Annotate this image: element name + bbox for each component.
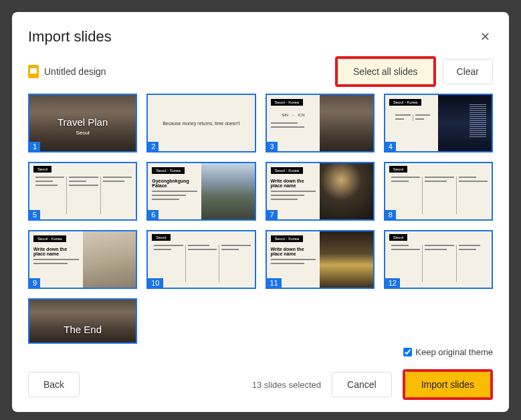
chip: Seoul - Korea: [271, 235, 304, 242]
keep-theme-row: Keep original theme: [12, 347, 509, 360]
slide-thumbnail-1[interactable]: Travel Plan Seoul 1: [28, 94, 137, 152]
close-icon: ✕: [480, 29, 490, 44]
slide-number: 2: [148, 142, 159, 151]
chip: Seoul - Korea: [152, 167, 185, 174]
slide-number: 8: [385, 210, 396, 219]
back-button[interactable]: Back: [28, 372, 80, 397]
chip: Seoul - Korea: [389, 99, 422, 106]
slide-number: 1: [29, 142, 40, 151]
slide-thumbnail-3[interactable]: Seoul - Korea SIN → ICN 3: [266, 94, 375, 152]
slide-thumbnail-11[interactable]: Seoul - Korea Write down the place name …: [266, 230, 375, 289]
slide-image: [320, 231, 373, 288]
slide-number: 5: [29, 210, 40, 219]
document-info: Untitled design: [28, 65, 106, 78]
slides-grid: Travel Plan Seoul 1 Because money return…: [28, 94, 493, 347]
slide-thumbnail-6[interactable]: Seoul - Korea Gyeongbokgung Palace 6: [146, 162, 255, 221]
import-button[interactable]: Import slides: [405, 372, 490, 397]
clear-button[interactable]: Clear: [443, 59, 493, 84]
select-all-button[interactable]: Select all slides: [338, 59, 433, 84]
top-bar: Untitled design Select all slides Clear: [12, 45, 509, 94]
slides-icon: [28, 65, 39, 78]
import-slides-dialog: Import slides ✕ Untitled design Select a…: [12, 12, 509, 412]
slide-text: Because money returns, time doesn't: [148, 95, 254, 151]
slide-number: 9: [29, 278, 40, 288]
slide-thumbnail-10[interactable]: Seoul 10: [146, 230, 255, 289]
slide-thumbnail-8[interactable]: Seoul 8: [384, 162, 493, 221]
import-highlight: Import slides: [403, 369, 493, 400]
slide-title: The End: [64, 324, 102, 335]
select-all-highlight: Select all slides: [335, 56, 436, 87]
slide-image: [201, 163, 255, 219]
slide-number: 10: [148, 278, 163, 288]
chip: Seoul - Korea: [33, 235, 66, 242]
dialog-title: Import slides: [28, 28, 112, 45]
slide-thumbnail-7[interactable]: Seoul - Korea Write down the place name …: [266, 162, 375, 221]
top-actions: Select all slides Clear: [335, 56, 493, 87]
dialog-header: Import slides ✕: [12, 12, 509, 45]
keep-theme-checkbox[interactable]: [403, 348, 412, 356]
slide-number: 3: [267, 142, 278, 151]
document-name: Untitled design: [44, 66, 106, 77]
close-button[interactable]: ✕: [477, 29, 493, 45]
slide-image: [438, 95, 492, 151]
slide-thumbnail-5[interactable]: Seoul 5: [28, 162, 137, 221]
slide-subtitle: Seoul: [76, 130, 89, 136]
chip: Seoul - Korea: [271, 99, 304, 106]
slides-grid-container[interactable]: Travel Plan Seoul 1 Because money return…: [12, 94, 509, 347]
slide-thumbnail-9[interactable]: Seoul - Korea Write down the place name …: [28, 230, 137, 289]
dialog-footer: Back 13 slides selected Cancel Import sl…: [12, 360, 509, 412]
slide-number: 4: [385, 142, 396, 151]
slide-number: 11: [267, 278, 282, 288]
selected-count: 13 slides selected: [252, 380, 321, 390]
chip: Seoul - Korea: [271, 167, 304, 174]
slide-image: [320, 95, 373, 151]
slide-thumbnail-13[interactable]: The End: [28, 298, 137, 344]
slide-number: 6: [148, 210, 159, 219]
slide-image: [320, 163, 373, 219]
slide-number: 7: [267, 210, 278, 219]
slide-image: [83, 231, 136, 288]
slide-thumbnail-12[interactable]: Seoul 12: [384, 230, 493, 289]
keep-theme-label: Keep original theme: [415, 347, 493, 357]
slide-number: 12: [385, 278, 400, 288]
slide-thumbnail-4[interactable]: Seoul - Korea 4: [384, 94, 493, 152]
slide-thumbnail-2[interactable]: Because money returns, time doesn't 2: [146, 94, 255, 152]
slide-title: Travel Plan: [58, 116, 108, 128]
cancel-button[interactable]: Cancel: [332, 372, 392, 397]
